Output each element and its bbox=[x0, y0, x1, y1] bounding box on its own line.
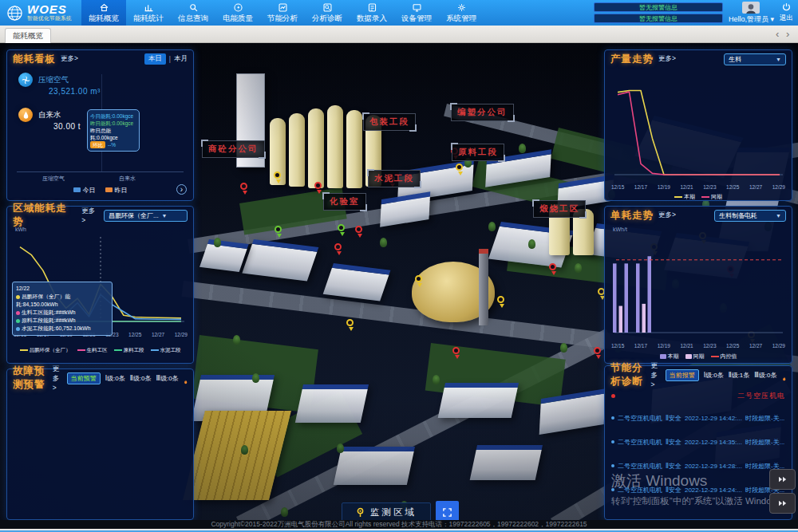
nav-item-9[interactable]: 系统管理 bbox=[439, 0, 484, 26]
user-greeting[interactable]: Hello,管理员 ▾ bbox=[729, 14, 774, 25]
diagnosis-header: 节能分析诊断 更多> 当前报警 Ⅰ级:0条 Ⅱ级:1条 Ⅲ级:0条 bbox=[605, 366, 792, 384]
map-pin-red[interactable] bbox=[240, 183, 247, 190]
flame-icon bbox=[782, 370, 787, 380]
x-tick: 12/19 bbox=[658, 343, 670, 349]
nav-item-3[interactable]: 信息查询 bbox=[171, 0, 215, 26]
diagnosis-icon bbox=[322, 2, 333, 13]
globe-icon bbox=[6, 5, 23, 22]
map-pin-red[interactable] bbox=[334, 243, 342, 250]
map-pin-yellow[interactable] bbox=[274, 171, 281, 179]
fullscreen-icon bbox=[442, 507, 452, 518]
map-pin-yellow[interactable] bbox=[497, 296, 504, 303]
alarm-device: 二号空压机电机 bbox=[618, 414, 662, 423]
map-pin-green[interactable] bbox=[275, 226, 282, 233]
more-link[interactable]: 更多> bbox=[61, 54, 78, 64]
alarm-row[interactable]: 二号空压机电机Ⅱ安全2022-12-29 14:24:...时段超限-关... bbox=[611, 478, 787, 502]
level1-count: Ⅰ级:0条 bbox=[704, 371, 724, 380]
x-tick: 12/29 bbox=[175, 332, 188, 337]
region-dropdown-value: 昌鹏环保（全厂... bbox=[109, 211, 159, 220]
map-pin-yellow[interactable] bbox=[346, 319, 354, 326]
energy-item-water: 自来水 bbox=[18, 108, 61, 122]
alarm-marquee: 二号空压机电 bbox=[611, 390, 785, 401]
map-pin-red[interactable] bbox=[452, 347, 460, 354]
alarm-bullet bbox=[611, 416, 614, 420]
nav-item-1[interactable]: 能耗概览 bbox=[81, 0, 126, 26]
region-dropdown[interactable]: 昌鹏环保（全厂... ▼ bbox=[104, 210, 188, 222]
carousel-next-button[interactable]: › bbox=[176, 184, 187, 195]
map-pin-yellow[interactable] bbox=[415, 275, 422, 282]
more-link[interactable]: 更多> bbox=[658, 54, 676, 64]
map-pin-red[interactable] bbox=[355, 226, 362, 233]
alarm-level: Ⅱ安全 bbox=[666, 462, 681, 471]
map-pin-red[interactable] bbox=[549, 263, 556, 270]
more-link[interactable]: 更多> bbox=[651, 361, 661, 388]
x-tick: 12/29 bbox=[772, 343, 785, 349]
map-label: 包装工段 bbox=[363, 113, 416, 131]
compressed-air-icon bbox=[18, 73, 33, 87]
nav-item-label: 系统管理 bbox=[446, 14, 476, 24]
nav-item-label: 节能分析 bbox=[267, 14, 298, 24]
nav-item-6[interactable]: 分析诊断 bbox=[305, 0, 350, 26]
alarm-desc: 时段超限-关... bbox=[745, 414, 784, 423]
logo-subtitle: 智能优化节能系统 bbox=[27, 15, 72, 22]
legend-item: 本期 bbox=[674, 193, 695, 201]
nav-item-2[interactable]: 能耗统计 bbox=[126, 0, 171, 26]
level2-count: Ⅱ级:0条 bbox=[130, 374, 152, 383]
map-structure bbox=[295, 384, 369, 423]
alarm-desc: 时段超限-关... bbox=[745, 438, 784, 447]
alarm-list: 二号空压机电机Ⅱ安全2022-12-29 14:42:...时段超限-关...二… bbox=[611, 406, 787, 502]
y-axis-label: kWh bbox=[15, 227, 26, 232]
more-link[interactable]: 更多> bbox=[81, 207, 99, 224]
stats-icon bbox=[144, 2, 154, 13]
x-tick: 12/21 bbox=[680, 343, 693, 349]
logout-button[interactable]: 退出 bbox=[780, 2, 795, 23]
more-link[interactable]: 更多> bbox=[658, 211, 676, 220]
user-menu[interactable]: Hello,管理员 ▾ bbox=[729, 2, 774, 25]
overlay-button-top[interactable] bbox=[769, 469, 796, 490]
map-pin-red[interactable] bbox=[314, 182, 322, 189]
alarm-row[interactable]: 二号空压机电机Ⅱ安全2022-12-29 14:28:...时段超限-关... bbox=[611, 454, 787, 478]
overlay-button-bottom[interactable] bbox=[769, 493, 796, 514]
tab-scroll-right[interactable]: › bbox=[786, 27, 789, 41]
map-pin-yellow[interactable] bbox=[456, 164, 463, 171]
unit-dropdown-value: 生料制备电耗 bbox=[719, 211, 757, 220]
tab-energy-overview[interactable]: 能耗概览 bbox=[5, 28, 51, 43]
production-dropdown[interactable]: 生料 ▼ bbox=[724, 53, 786, 65]
unit-consumption-legend: 本期 同期 内控值 bbox=[605, 353, 792, 361]
map-label: 水泥工段 bbox=[368, 170, 421, 187]
app-logo: WOES 智能优化节能系统 bbox=[0, 0, 81, 26]
nav-item-5[interactable]: 节能分析 bbox=[260, 0, 305, 26]
axis-baseline bbox=[17, 171, 184, 172]
alarm-bullet bbox=[611, 464, 614, 467]
map-pin-red[interactable] bbox=[594, 347, 601, 354]
toggle-month[interactable]: 本月 bbox=[174, 54, 188, 64]
legend-item: 同期 bbox=[685, 353, 705, 361]
nav-item-4[interactable]: 电能质量 bbox=[215, 0, 260, 26]
toggle-day[interactable]: 本日 bbox=[144, 53, 166, 65]
tooltip-date: 12/22 bbox=[16, 285, 109, 293]
region-trend-header: 区域能耗走势 更多> 昌鹏环保（全厂... ▼ bbox=[7, 207, 193, 224]
map-pin-green[interactable] bbox=[338, 224, 345, 231]
panel-region-trend: 区域能耗走势 更多> 昌鹏环保（全厂... ▼ kWh 12/22 昌鹏环保（全… bbox=[6, 206, 194, 364]
panel-production-trend: 产量走势 更多> 生料 ▼ 12/1512/1712/1912/2112/231… bbox=[604, 49, 792, 201]
map-label: 商砼分公司 bbox=[202, 140, 265, 158]
more-link[interactable]: 更多> bbox=[53, 365, 62, 392]
map-label: 原料工段 bbox=[452, 144, 504, 161]
alarm-time: 2022-12-29 14:24:... bbox=[685, 487, 742, 494]
alarm-row[interactable]: 二号空压机电机Ⅱ安全2022-12-29 14:35:...时段超限-关... bbox=[611, 430, 787, 454]
map-tree bbox=[519, 144, 526, 153]
toggle-separator: | bbox=[169, 55, 171, 63]
alert-banner-1: 暂无报警信息 bbox=[594, 2, 723, 12]
legend-item: 生料工区 bbox=[77, 347, 108, 354]
map-label: 编塑分公司 bbox=[451, 104, 514, 121]
map-tree bbox=[252, 373, 259, 383]
map-tree bbox=[433, 375, 440, 384]
map-tree bbox=[233, 335, 240, 345]
unit-dropdown[interactable]: 生料制备电耗 ▼ bbox=[714, 210, 786, 222]
tab-scroll-left[interactable]: ‹ bbox=[776, 27, 779, 41]
nav-item-8[interactable]: 设备管理 bbox=[394, 0, 439, 26]
alarm-device: 二号空压机电机 bbox=[618, 438, 662, 447]
nav-item-7[interactable]: 数据录入 bbox=[350, 0, 394, 26]
power-quality-icon bbox=[233, 2, 243, 13]
alarm-row[interactable]: 二号空压机电机Ⅱ安全2022-12-29 14:42:...时段超限-关... bbox=[611, 406, 787, 430]
